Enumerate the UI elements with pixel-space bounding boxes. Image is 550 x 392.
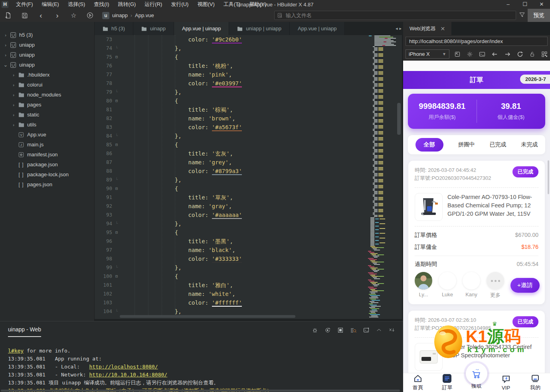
tabbar-item-vip[interactable]: VIP bbox=[491, 373, 521, 392]
avatar[interactable] bbox=[463, 272, 480, 290]
breadcrumb-project[interactable]: uinapp bbox=[112, 12, 128, 18]
line-number[interactable]: 100 bbox=[95, 272, 112, 281]
browser-forward-icon[interactable] bbox=[504, 51, 511, 57]
line-number[interactable]: 74 bbox=[95, 44, 112, 53]
console-debug-icon[interactable] bbox=[312, 327, 318, 333]
line-number[interactable]: 90 bbox=[95, 184, 112, 193]
console-clear-icon[interactable] bbox=[388, 327, 395, 333]
editor-tab[interactable]: uinapp bbox=[133, 22, 174, 35]
cart-icon[interactable] bbox=[466, 363, 487, 384]
breadcrumb-file[interactable]: App.vue bbox=[135, 12, 154, 18]
browser-console-icon[interactable] bbox=[479, 51, 485, 57]
maximize-button[interactable]: ☐ bbox=[516, 0, 533, 9]
tree-item-node-modules[interactable]: ›node_modules bbox=[0, 90, 94, 100]
filter-tab-已完成[interactable]: 已完成 bbox=[490, 141, 506, 148]
line-number[interactable]: 79 bbox=[95, 88, 112, 97]
console-new-terminal-icon[interactable] bbox=[363, 327, 370, 333]
menu-item[interactable]: 查找(I) bbox=[89, 1, 113, 8]
fold-icon[interactable]: ⊟ bbox=[112, 53, 121, 61]
browser-settings-gear-icon[interactable] bbox=[467, 51, 473, 57]
line-number[interactable]: 91 bbox=[95, 193, 112, 202]
line-number[interactable]: 76 bbox=[95, 61, 112, 70]
line-number[interactable]: 75 bbox=[95, 53, 112, 61]
tree-item-colorui[interactable]: ›colorui bbox=[0, 80, 94, 90]
editor-tab[interactable]: h5 (3) bbox=[95, 22, 133, 35]
tab-scroll-left-icon[interactable]: ◂ bbox=[396, 26, 398, 31]
browser-back-icon[interactable] bbox=[491, 51, 498, 57]
line-number[interactable]: 93 bbox=[95, 211, 112, 219]
tree-item--hbuilderx[interactable]: ›.hbuilderx bbox=[0, 70, 94, 80]
line-number[interactable]: 80 bbox=[95, 97, 112, 105]
minimap[interactable] bbox=[367, 35, 396, 319]
member-avatar-item[interactable]: 更多 bbox=[487, 272, 504, 299]
date-badge[interactable]: 2026-3-7 bbox=[520, 75, 550, 84]
fold-icon[interactable]: ⊟ bbox=[112, 184, 121, 193]
search-input[interactable] bbox=[286, 12, 513, 18]
tree-item-pages[interactable]: ›pages bbox=[0, 100, 94, 110]
preview-button[interactable]: 预览 bbox=[528, 9, 550, 22]
console-link[interactable]: http://10.10.10.164:8080/ bbox=[89, 372, 168, 378]
editor-tab[interactable]: App.vue | uniapp bbox=[290, 22, 345, 35]
vertical-scrollbar-track[interactable] bbox=[396, 35, 402, 319]
line-number[interactable]: 84 bbox=[95, 132, 112, 140]
editor-tab[interactable]: uniapp | uniapp bbox=[229, 22, 290, 35]
line-number[interactable]: 86 bbox=[95, 149, 112, 158]
chevron-right-icon[interactable]: › bbox=[10, 73, 17, 77]
device-select[interactable]: iPhone X ▼ bbox=[406, 49, 449, 59]
menu-item[interactable]: 运行(R) bbox=[140, 1, 166, 8]
menu-item[interactable]: 选择(S) bbox=[63, 1, 89, 8]
editor-tab[interactable]: App.vue | uinapp bbox=[174, 22, 229, 35]
close-button[interactable]: ✕ bbox=[533, 0, 550, 9]
line-number[interactable]: 85 bbox=[95, 140, 112, 149]
tree-item-uniapp[interactable]: ›uniapp bbox=[0, 50, 94, 60]
chevron-right-icon[interactable]: › bbox=[10, 112, 17, 117]
menu-item[interactable]: 视图(V) bbox=[193, 1, 219, 8]
console-tab[interactable]: uinapp - Web bbox=[8, 326, 41, 337]
line-number[interactable]: 97 bbox=[95, 246, 112, 254]
console-find-icon[interactable] bbox=[350, 327, 357, 333]
console-link[interactable]: l#key bbox=[8, 348, 24, 354]
chevron-down-icon[interactable]: ⌄ bbox=[2, 62, 9, 68]
console-collapse-icon[interactable] bbox=[376, 327, 382, 333]
fold-icon[interactable]: ⊟ bbox=[112, 140, 121, 149]
tabbar-item-home[interactable]: 首頁 bbox=[403, 373, 433, 392]
console-link[interactable]: http://localhost:8080/ bbox=[89, 364, 158, 370]
chevron-right-icon[interactable]: › bbox=[2, 33, 9, 37]
line-number[interactable]: 104 bbox=[95, 307, 112, 316]
line-number[interactable]: 92 bbox=[95, 202, 112, 211]
tree-item-package-json[interactable]: [ ]package.json bbox=[0, 160, 94, 169]
line-number[interactable]: 88 bbox=[95, 167, 112, 175]
member-avatar-item[interactable]: Ly... bbox=[415, 272, 432, 297]
line-number[interactable]: 102 bbox=[95, 290, 112, 298]
lock-icon[interactable] bbox=[529, 51, 535, 57]
line-number[interactable]: 103 bbox=[95, 298, 112, 307]
line-number[interactable]: 81 bbox=[95, 105, 112, 114]
vertical-scrollbar-thumb[interactable] bbox=[397, 103, 401, 135]
line-number[interactable]: 89 bbox=[95, 175, 112, 184]
member-avatar-item[interactable]: Luke bbox=[439, 272, 456, 297]
tree-item-package-lock-json[interactable]: [ ]package-lock.json bbox=[0, 169, 94, 179]
chevron-right-icon[interactable]: › bbox=[2, 53, 9, 57]
line-number[interactable]: 96 bbox=[95, 237, 112, 246]
order-card[interactable]: 時間: 2026-03-07 04:45:42 訂單號:PO2026030704… bbox=[408, 161, 545, 304]
avatar[interactable] bbox=[415, 272, 432, 290]
code-editor[interactable]: 73 color: '#9c26b0'74└ },75⊟ {76 title: … bbox=[95, 35, 402, 319]
line-number[interactable]: 73 bbox=[95, 35, 112, 44]
open-external-icon[interactable] bbox=[454, 51, 461, 57]
minimize-button[interactable]: – bbox=[500, 0, 516, 9]
tree-item-uniapp[interactable]: ›uniapp bbox=[0, 40, 94, 50]
console-scrollbar[interactable] bbox=[1, 390, 400, 392]
console-stop-icon[interactable] bbox=[337, 327, 344, 333]
tree-item-static[interactable]: ›static bbox=[0, 110, 94, 120]
tree-item-utils[interactable]: ›utils bbox=[0, 120, 94, 130]
tree-item-h5-3-[interactable]: ›h5 (3) bbox=[0, 30, 94, 40]
app-scrollbar[interactable] bbox=[548, 160, 549, 194]
line-number[interactable]: 98 bbox=[95, 254, 112, 263]
tree-item-manifest-json[interactable]: manifest.json bbox=[0, 150, 94, 160]
tabbar-item-cart[interactable]: 獲取 bbox=[462, 373, 491, 392]
tree-item-pages-json[interactable]: [ ]pages.json bbox=[0, 179, 94, 189]
save-icon[interactable] bbox=[16, 12, 33, 19]
url-input[interactable] bbox=[406, 37, 548, 46]
tree-item-app-vue[interactable]: VApp.vue bbox=[0, 130, 94, 140]
browser-refresh-icon[interactable] bbox=[517, 51, 523, 57]
